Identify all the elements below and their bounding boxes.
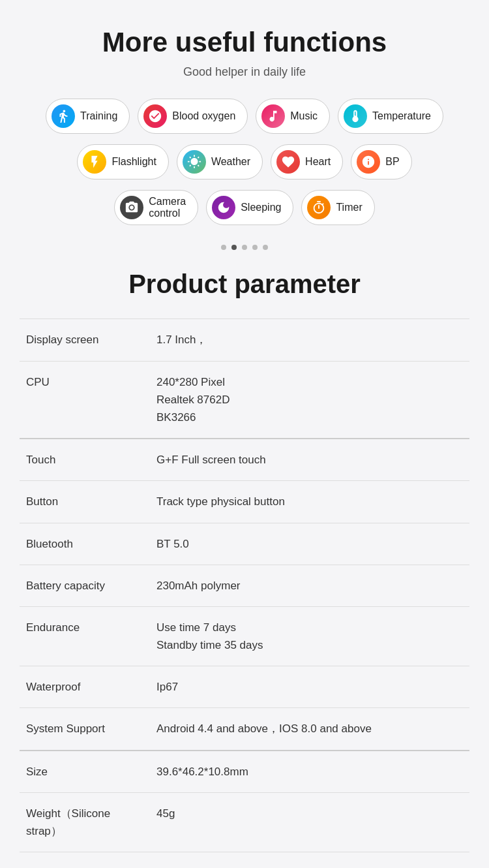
features-row-1: Training Blood oxygen Music Temperature xyxy=(46,99,443,134)
table-row: Weight（Silicone strap） 45g xyxy=(20,792,469,852)
blood-oxygen-icon xyxy=(143,104,167,128)
value-battery: 230mAh polymer xyxy=(150,565,469,606)
heart-icon xyxy=(276,150,300,174)
weather-label: Weather xyxy=(211,156,250,168)
heart-label: Heart xyxy=(305,156,331,168)
dot-1 xyxy=(221,245,226,250)
chip-bp: BP xyxy=(351,144,411,179)
dot-4 xyxy=(252,245,258,250)
page: More useful functions Good helper in dai… xyxy=(0,0,489,868)
timer-label: Timer xyxy=(336,202,362,213)
value-endurance: Use time 7 daysStandby time 35 days xyxy=(150,606,469,666)
dot-3 xyxy=(242,245,247,250)
temperature-label: Temperature xyxy=(372,110,431,122)
label-waterproof: Waterproof xyxy=(20,666,150,708)
chip-flashlight: Flashlight xyxy=(77,144,168,179)
table-row: Touch G+F Full screen touch xyxy=(20,439,469,481)
label-cpu: CPU xyxy=(20,361,150,439)
main-title: More useful functions xyxy=(20,26,469,59)
chip-temperature: Temperature xyxy=(338,99,443,134)
camera-icon xyxy=(120,196,143,219)
table-row: System Support Android 4.4 and above，IOS… xyxy=(20,708,469,751)
value-bluetooth: BT 5.0 xyxy=(150,523,469,565)
blood-oxygen-label: Blood oxygen xyxy=(172,110,235,122)
table-row: Size 39.6*46.2*10.8mm xyxy=(20,751,469,793)
bp-icon xyxy=(357,150,380,174)
label-button: Button xyxy=(20,481,150,523)
chip-music: Music xyxy=(256,99,330,134)
flashlight-label: Flashlight xyxy=(111,156,156,168)
value-size: 39.6*46.2*10.8mm xyxy=(150,751,469,793)
label-touch: Touch xyxy=(20,439,150,481)
chip-blood-oxygen: Blood oxygen xyxy=(138,99,248,134)
dot-2 xyxy=(231,245,237,250)
label-system-support: System Support xyxy=(20,708,150,751)
table-row: Waterproof Ip67 xyxy=(20,666,469,708)
value-touch: G+F Full screen touch xyxy=(150,439,469,481)
label-display-screen: Display screen xyxy=(20,319,150,361)
value-weight: 45g xyxy=(150,792,469,852)
sleeping-icon xyxy=(212,196,235,219)
value-button: Track type physical button xyxy=(150,481,469,523)
table-row: Battery capacity 230mAh polymer xyxy=(20,565,469,606)
training-icon xyxy=(52,104,75,128)
features-row-2: Flashlight Weather Heart BP xyxy=(77,144,411,179)
subtitle: Good helper in daily life xyxy=(20,65,469,79)
training-label: Training xyxy=(80,110,117,122)
bp-label: BP xyxy=(385,156,399,168)
table-row: Button Track type physical button xyxy=(20,481,469,523)
dot-5 xyxy=(263,245,268,250)
sleeping-label: Sleeping xyxy=(241,202,281,213)
chip-weather: Weather xyxy=(177,144,263,179)
features-section: Training Blood oxygen Music Temperature xyxy=(20,99,469,225)
param-table: Display screen 1.7 Inch， CPU 240*280 Pix… xyxy=(20,318,469,852)
chip-sleeping: Sleeping xyxy=(206,190,293,225)
label-size: Size xyxy=(20,751,150,793)
table-row: Display screen 1.7 Inch， xyxy=(20,319,469,361)
pagination-dots xyxy=(20,245,469,250)
label-bluetooth: Bluetooth xyxy=(20,523,150,565)
music-icon xyxy=(261,104,285,128)
chip-heart: Heart xyxy=(271,144,343,179)
chip-camera-control: Cameracontrol xyxy=(114,190,198,225)
timer-icon xyxy=(307,196,331,219)
value-display-screen: 1.7 Inch， xyxy=(150,319,469,361)
flashlight-icon xyxy=(83,150,106,174)
features-row-3: Cameracontrol Sleeping Timer xyxy=(114,190,374,225)
music-label: Music xyxy=(290,110,318,122)
table-row: Endurance Use time 7 daysStandby time 35… xyxy=(20,606,469,666)
weather-icon xyxy=(183,150,206,174)
table-row: Bluetooth BT 5.0 xyxy=(20,523,469,565)
table-row: CPU 240*280 PixelRealtek 8762DBK3266 xyxy=(20,361,469,439)
chip-training: Training xyxy=(46,99,130,134)
value-waterproof: Ip67 xyxy=(150,666,469,708)
camera-label: Cameracontrol xyxy=(149,196,186,219)
temperature-icon xyxy=(344,104,367,128)
label-battery: Battery capacity xyxy=(20,565,150,606)
value-cpu: 240*280 PixelRealtek 8762DBK3266 xyxy=(150,361,469,439)
chip-timer: Timer xyxy=(301,190,374,225)
label-endurance: Endurance xyxy=(20,606,150,666)
value-system-support: Android 4.4 and above，IOS 8.0 and above xyxy=(150,708,469,751)
label-weight: Weight（Silicone strap） xyxy=(20,792,150,852)
product-param-title: Product parameter xyxy=(20,270,469,299)
